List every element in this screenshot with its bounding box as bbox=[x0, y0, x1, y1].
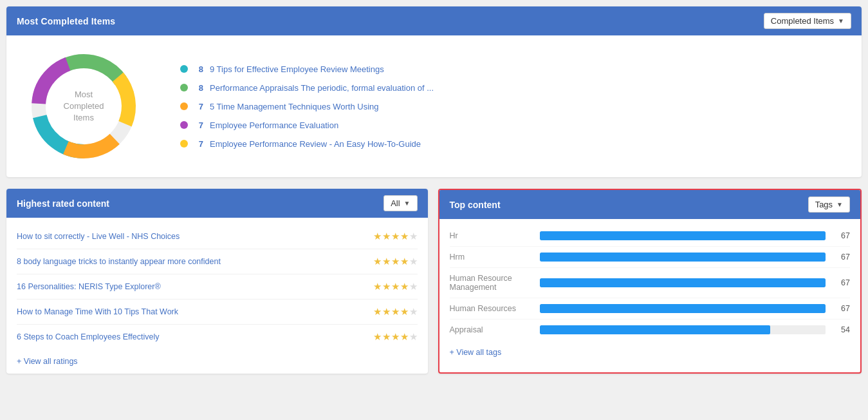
filled-star-icon: ★ bbox=[400, 231, 409, 242]
legend-item: 8Performance Appraisals The periodic, fo… bbox=[180, 83, 434, 93]
filled-star-icon: ★ bbox=[391, 256, 400, 267]
bar-value: 54 bbox=[832, 325, 850, 334]
legend-count: 7 bbox=[194, 120, 203, 130]
completed-items-dropdown[interactable]: Completed Items ▼ bbox=[764, 13, 851, 29]
bar-fill bbox=[540, 231, 826, 240]
top-content-dropdown[interactable]: Tags ▼ bbox=[808, 196, 850, 213]
legend-label[interactable]: Performance Appraisals The periodic, for… bbox=[210, 83, 434, 93]
bar-fill bbox=[540, 253, 826, 262]
rated-item: 16 Personalities: NERIS Type Explorer®★★… bbox=[17, 274, 418, 300]
bar-value: 67 bbox=[832, 304, 850, 313]
star-rating: ★★★★★ bbox=[373, 281, 418, 292]
star-rating: ★★★★★ bbox=[373, 331, 418, 343]
rated-item-link[interactable]: How to sit correctly - Live Well - NHS C… bbox=[17, 232, 180, 241]
bar-track bbox=[540, 253, 826, 262]
empty-star-icon: ★ bbox=[409, 231, 418, 242]
rated-item: How to Manage Time With 10 Tips That Wor… bbox=[17, 300, 418, 325]
star-rating: ★★★★★ bbox=[373, 256, 418, 267]
top-content-dropdown-label: Tags bbox=[815, 200, 833, 209]
bar-label: Human Resources bbox=[450, 304, 533, 313]
legend-list: 89 Tips for Effective Employee Review Me… bbox=[180, 64, 434, 149]
legend-item: 89 Tips for Effective Employee Review Me… bbox=[180, 64, 434, 74]
star-rating: ★★★★★ bbox=[373, 306, 418, 318]
bar-track bbox=[540, 304, 826, 313]
legend-label[interactable]: Employee Performance Evaluation bbox=[210, 120, 338, 130]
bar-label: Appraisal bbox=[450, 325, 533, 334]
bar-item: Human Resources67 bbox=[450, 298, 851, 320]
filled-star-icon: ★ bbox=[382, 281, 391, 292]
filled-star-icon: ★ bbox=[400, 331, 409, 343]
bar-item: Hr67 bbox=[450, 225, 851, 247]
rated-item: How to sit correctly - Live Well - NHS C… bbox=[17, 224, 418, 249]
empty-star-icon: ★ bbox=[409, 256, 418, 267]
bottom-row: Highest rated content All ▼ How to sit c… bbox=[6, 189, 862, 374]
bar-item: Human Resource Management67 bbox=[450, 268, 851, 298]
chevron-down-icon: ▼ bbox=[838, 17, 844, 24]
filled-star-icon: ★ bbox=[373, 281, 382, 292]
bar-item: Appraisal54 bbox=[450, 320, 851, 340]
highest-rated-dropdown[interactable]: All ▼ bbox=[383, 195, 417, 211]
empty-star-icon: ★ bbox=[409, 331, 418, 343]
chevron-down-icon: ▼ bbox=[404, 200, 411, 207]
legend-count: 7 bbox=[194, 102, 203, 111]
rated-item-link[interactable]: 16 Personalities: NERIS Type Explorer® bbox=[17, 282, 161, 291]
rated-item-link[interactable]: 8 body language tricks to instantly appe… bbox=[17, 257, 221, 266]
top-content-title: Top content bbox=[450, 200, 501, 210]
donut-svg bbox=[26, 48, 142, 164]
legend-dot bbox=[180, 140, 188, 148]
legend-dot bbox=[180, 84, 188, 91]
bar-fill bbox=[540, 325, 770, 334]
legend-label[interactable]: 5 Time Management Techniques Worth Using bbox=[210, 102, 379, 111]
legend-item: 75 Time Management Techniques Worth Usin… bbox=[180, 102, 434, 111]
filled-star-icon: ★ bbox=[373, 331, 382, 343]
filled-star-icon: ★ bbox=[400, 306, 409, 318]
bar-fill bbox=[540, 278, 826, 287]
empty-star-icon: ★ bbox=[409, 306, 418, 318]
highest-rated-header: Highest rated content All ▼ bbox=[6, 189, 428, 218]
bar-track bbox=[540, 231, 826, 240]
top-content-card: Top content Tags ▼ Hr67Hrm67Human Resour… bbox=[438, 189, 862, 374]
legend-dot bbox=[180, 65, 188, 73]
legend-count: 8 bbox=[194, 83, 203, 93]
star-rating: ★★★★★ bbox=[373, 231, 418, 242]
filled-star-icon: ★ bbox=[373, 306, 382, 318]
highest-rated-card: Highest rated content All ▼ How to sit c… bbox=[6, 189, 428, 374]
most-completed-title: Most Completed Items bbox=[17, 16, 115, 26]
bar-track bbox=[540, 278, 826, 287]
filled-star-icon: ★ bbox=[382, 256, 391, 267]
filled-star-icon: ★ bbox=[373, 231, 382, 242]
bar-item: Hrm67 bbox=[450, 247, 851, 268]
bar-track bbox=[540, 325, 826, 334]
legend-count: 7 bbox=[194, 139, 203, 149]
bar-label: Hrm bbox=[450, 253, 533, 262]
highest-rated-dropdown-label: All bbox=[391, 198, 400, 208]
rated-item: 8 body language tricks to instantly appe… bbox=[17, 249, 418, 274]
empty-star-icon: ★ bbox=[409, 281, 418, 292]
filled-star-icon: ★ bbox=[400, 281, 409, 292]
filled-star-icon: ★ bbox=[373, 256, 382, 267]
bar-value: 67 bbox=[832, 253, 850, 262]
bar-label: Human Resource Management bbox=[450, 274, 533, 292]
legend-label[interactable]: 9 Tips for Effective Employee Review Mee… bbox=[210, 64, 384, 74]
most-completed-body: MostCompletedItems 89 Tips for Effective… bbox=[6, 35, 862, 177]
filled-star-icon: ★ bbox=[382, 306, 391, 318]
svg-point-2 bbox=[31, 53, 136, 159]
legend-count: 8 bbox=[194, 64, 203, 74]
filled-star-icon: ★ bbox=[391, 231, 400, 242]
legend-dot bbox=[180, 102, 188, 110]
legend-label[interactable]: Employee Performance Review - An Easy Ho… bbox=[210, 139, 421, 149]
highest-rated-body: How to sit correctly - Live Well - NHS C… bbox=[6, 218, 428, 349]
view-all-tags-link[interactable]: + View all tags bbox=[439, 340, 861, 365]
bar-value: 67 bbox=[832, 231, 850, 240]
highest-rated-title: Highest rated content bbox=[17, 198, 109, 209]
filled-star-icon: ★ bbox=[391, 281, 400, 292]
filled-star-icon: ★ bbox=[391, 306, 400, 318]
view-all-ratings-link[interactable]: + View all ratings bbox=[6, 349, 428, 374]
filled-star-icon: ★ bbox=[382, 231, 391, 242]
legend-dot bbox=[180, 121, 188, 129]
rated-item-link[interactable]: 6 Steps to Coach Employees Effectively bbox=[17, 332, 159, 341]
donut-chart: MostCompletedItems bbox=[26, 48, 142, 164]
rated-item-link[interactable]: How to Manage Time With 10 Tips That Wor… bbox=[17, 307, 178, 316]
legend-item: 7Employee Performance Review - An Easy H… bbox=[180, 139, 434, 149]
filled-star-icon: ★ bbox=[400, 256, 409, 267]
